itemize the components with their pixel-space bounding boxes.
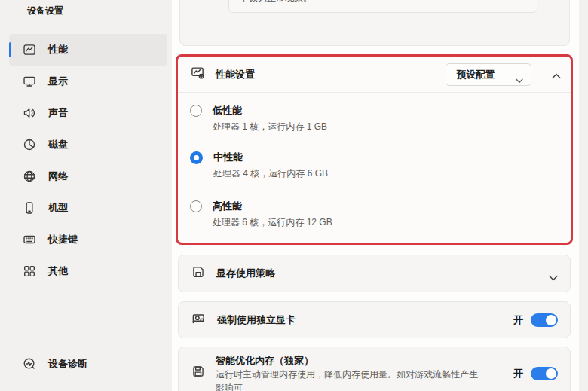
scrolled-partial-card: 卡顿为正常现象。 <box>179 0 570 46</box>
force-discrete-gpu-card: 强制使用独立显卡 开 <box>178 301 571 338</box>
radio-option-low-performance[interactable]: 低性能 处理器 1 核，运行内存 1 GB <box>190 103 559 134</box>
sidebar-item-label: 其他 <box>48 264 68 278</box>
disk-pie-icon <box>23 138 36 151</box>
memory-toggle-switch[interactable] <box>531 367 558 380</box>
diagnostics-icon <box>23 357 36 371</box>
settings-main-panel: 卡顿为正常现象。 性能设置 预设配置 <box>172 0 579 391</box>
performance-settings-icon <box>191 66 205 83</box>
header-divider <box>178 92 571 93</box>
sidebar-item-performance[interactable]: 性能 <box>9 34 167 66</box>
sidebar-item-model[interactable]: 机型 <box>9 192 167 224</box>
toggle-knob <box>546 315 556 325</box>
toggle-state-label: 开 <box>513 313 523 327</box>
sidebar-item-shortcuts[interactable]: 快捷键 <box>9 224 167 255</box>
sidebar-item-disk[interactable]: 磁盘 <box>9 129 167 160</box>
sidebar-item-label: 磁盘 <box>48 138 68 151</box>
option-label: 低性能 <box>213 103 327 118</box>
option-description: 处理器 4 核，运行内存 6 GB <box>213 166 328 181</box>
preset-config-dropdown[interactable]: 预设配置 <box>446 63 531 86</box>
performance-settings-title: 性能设置 <box>216 68 255 81</box>
toggle-state-label: 开 <box>513 367 523 380</box>
option-label: 高性能 <box>213 199 332 214</box>
smart-memory-card: 智能优化内存（独家） 运行时主动管理内存使用，降低内存使用量。如对游戏流畅性产生… <box>178 347 571 391</box>
gpu-toggle-switch[interactable] <box>531 313 558 327</box>
radio-option-high-performance[interactable]: 高性能 处理器 6 核，运行内存 12 GB <box>190 199 559 230</box>
sidebar-item-label: 网络 <box>48 170 68 183</box>
radio-unselected-icon[interactable] <box>190 200 202 212</box>
smart-memory-title: 智能优化内存（独家） <box>216 354 479 368</box>
vram-strategy-title: 显存使用策略 <box>216 267 275 280</box>
sidebar-item-display[interactable]: 显示 <box>9 66 167 97</box>
sidebar-item-label: 性能 <box>48 43 68 57</box>
force-discrete-gpu-title: 强制使用独立显卡 <box>217 313 296 327</box>
vram-save-icon <box>191 265 205 282</box>
sidebar-footer: 设备诊断 <box>9 348 167 380</box>
display-icon <box>23 75 36 88</box>
sound-icon <box>23 106 36 120</box>
gpu-card-icon <box>191 311 206 328</box>
window-title: 设备设置 <box>27 5 63 17</box>
sidebar-item-label: 设备诊断 <box>48 357 87 371</box>
chevron-up-icon[interactable] <box>552 69 561 82</box>
device-model-icon <box>23 201 36 215</box>
network-globe-icon <box>23 170 36 183</box>
memory-save-icon <box>191 365 205 381</box>
toggle-knob <box>546 368 556 379</box>
radio-option-medium-performance[interactable]: 中性能 处理器 4 核，运行内存 6 GB <box>190 150 559 181</box>
performance-settings-card: 性能设置 预设配置 低性能 处理器 1 核，运行内存 1 GB <box>176 54 573 245</box>
scrolled-note-text: 卡顿为正常现象。 <box>240 0 312 5</box>
sidebar-item-sound[interactable]: 声音 <box>9 97 167 129</box>
device-settings-window: 设备设置 ✕ 性能 显示 声音 <box>0 0 588 391</box>
sidebar-item-label: 快捷键 <box>48 233 78 246</box>
selected-accent-bar <box>9 42 11 57</box>
sidebar-item-diagnostics[interactable]: 设备诊断 <box>9 348 167 380</box>
sidebar-item-other[interactable]: 其他 <box>9 255 167 287</box>
chevron-down-icon[interactable] <box>549 270 558 284</box>
option-label: 中性能 <box>213 150 328 165</box>
vram-strategy-card[interactable]: 显存使用策略 <box>178 255 571 292</box>
sidebar-item-network[interactable]: 网络 <box>9 160 167 192</box>
grid-other-icon <box>23 264 36 278</box>
radio-unselected-icon[interactable] <box>190 105 202 117</box>
preset-config-value: 预设配置 <box>457 69 495 81</box>
sidebar: 性能 显示 声音 磁盘 <box>9 34 167 287</box>
chevron-down-icon <box>516 73 523 87</box>
radio-selected-icon[interactable] <box>190 151 203 164</box>
keyboard-icon <box>23 233 36 246</box>
sidebar-item-label: 声音 <box>48 106 68 120</box>
scrolled-note-box: 卡顿为正常现象。 <box>228 0 537 13</box>
smart-memory-description-line1: 运行时主动管理内存使用，降低内存使用量。如对游戏流畅性产生影响可 <box>216 368 479 391</box>
option-description: 处理器 6 核，运行内存 12 GB <box>213 215 332 230</box>
sidebar-item-label: 显示 <box>48 75 68 88</box>
performance-chart-icon <box>23 43 36 57</box>
sidebar-item-label: 机型 <box>48 201 68 215</box>
option-description: 处理器 1 核，运行内存 1 GB <box>213 119 327 134</box>
